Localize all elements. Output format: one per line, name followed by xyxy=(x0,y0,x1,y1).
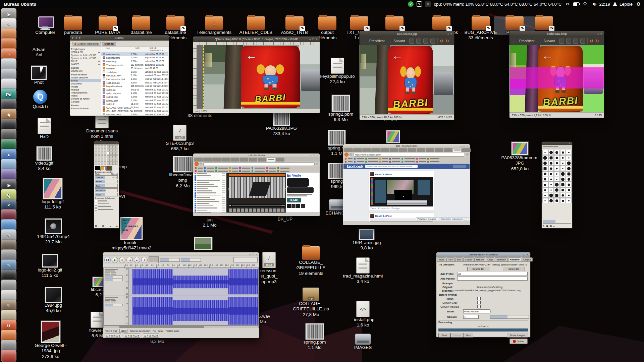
desktop-icon-STE-013.mp3[interactable]: mp3STE-013.mp3688,7 ko xyxy=(159,125,201,152)
tool-icon[interactable] xyxy=(115,152,118,155)
eject-icon[interactable]: ⏏ xyxy=(98,63,100,65)
dither-spinner[interactable]: ⇕ xyxy=(489,310,491,313)
table-row[interactable]: 1664-amis.jpg9,8 kojeudi 21 mars 2013 10… xyxy=(101,81,168,84)
audacity-timeline-ruler[interactable]: -1,00,01,02,03,04,05,06,07,08,09,010,011… xyxy=(103,264,259,268)
browser-tab[interactable] xyxy=(258,158,266,162)
browser-tab[interactable] xyxy=(194,158,203,162)
batch-processor-window[interactable]: David's Batch Processor –□× InputTurnBlu… xyxy=(436,252,531,338)
tool-icon[interactable] xyxy=(101,159,103,162)
brush-thumbnail[interactable] xyxy=(554,187,560,192)
tool-icon[interactable] xyxy=(98,155,100,158)
desktop-icon-COLLAGE_[interactable]: COLLAGE_GRIFFEUILLE.zip27,8 Mo xyxy=(290,288,332,317)
bookmark-icon[interactable] xyxy=(195,170,197,172)
tool-icon[interactable] xyxy=(115,159,118,162)
browser-tab[interactable] xyxy=(230,158,239,162)
player-prev-icon[interactable]: ‹ xyxy=(227,186,229,192)
bookmark-icon[interactable] xyxy=(252,170,253,172)
desktop-icon-ATELIER_CDLB[interactable]: ATELIER_CDLB xyxy=(235,16,277,35)
brush-thumbnail[interactable] xyxy=(548,171,554,176)
brush-thumbnail[interactable] xyxy=(560,155,566,160)
gear-icon[interactable]: ⚙ xyxy=(636,1,641,7)
brush-thumbnail[interactable] xyxy=(566,193,572,198)
ffx1-url-field[interactable] xyxy=(203,162,315,166)
tool-icon[interactable] xyxy=(104,145,106,148)
fm-sidebar-item[interactable]: Dossier personnel xyxy=(70,76,101,79)
tool-icon[interactable] xyxy=(112,155,115,158)
bookmark-icon[interactable] xyxy=(379,161,381,163)
next-button[interactable]: Suivant xyxy=(544,39,555,43)
tool-icon[interactable] xyxy=(101,148,103,152)
fm-sidebar-item[interactable]: Musique xyxy=(70,88,101,91)
start-button[interactable]: Start xyxy=(438,333,450,338)
brush-thumbnail[interactable] xyxy=(566,171,572,176)
brush-thumbnail[interactable] xyxy=(542,177,548,182)
tool-icon[interactable] xyxy=(104,159,106,162)
file-list-panel[interactable] xyxy=(194,173,227,213)
brush-thumbnail[interactable] xyxy=(566,150,572,155)
user-icon[interactable] xyxy=(613,2,616,6)
maximize-icon[interactable]: ● xyxy=(79,36,80,40)
fm-sidebar-item[interactable]: Téléchargements xyxy=(70,91,101,94)
table-row[interactable]: COLLAGE_GRIFFEUILLE19 élémentsmercredi 2… xyxy=(101,109,168,113)
mode-value[interactable]: Normal xyxy=(111,173,118,175)
watch-image[interactable] xyxy=(287,178,309,187)
brushes-titlebar[interactable]: × xyxy=(542,142,572,145)
bookmark-icon[interactable] xyxy=(252,167,253,169)
tool-icon[interactable] xyxy=(98,148,100,152)
bookmark-icon[interactable] xyxy=(427,161,429,163)
zoom-fit-icon[interactable] xyxy=(573,39,578,44)
desktop-icon-jpg[interactable]: jpg2,1 Mo xyxy=(189,217,230,228)
table-row[interactable]: Téléchargements112 élémentsaujourd'hui 1… xyxy=(101,63,168,67)
tool-icon[interactable] xyxy=(112,159,115,162)
delete-options-icon[interactable]: ● xyxy=(109,225,111,228)
fm-sidebar-item[interactable]: Documents xyxy=(70,82,101,85)
viewer2-image[interactable]: ←BARBI xyxy=(510,45,604,113)
browser-tab[interactable] xyxy=(408,148,416,152)
edit-brush-icon[interactable]: ✎ xyxy=(543,225,545,228)
tab-sharpen[interactable]: Sharpen xyxy=(495,257,507,261)
colours-input[interactable]: 4 xyxy=(463,315,479,319)
brush-thumbnail[interactable] xyxy=(560,187,566,192)
ffx1-bookmarks-bar-2[interactable] xyxy=(193,170,320,173)
browser-tab[interactable] xyxy=(276,158,284,162)
bookmark-icon[interactable] xyxy=(401,161,403,163)
file-manager-window[interactable]: Bureau ● ● ● ▣ Dossier personnel Bureau … xyxy=(70,35,169,116)
tool-icon[interactable] xyxy=(95,162,97,165)
brush-thumbnail[interactable] xyxy=(566,198,572,203)
gimp-titlebar[interactable]: *[Sans titre]-2008.0 (Couleur RVB, 1 cal… xyxy=(193,37,320,42)
bookmark-icon[interactable] xyxy=(416,158,418,160)
facebook-logo[interactable]: facebook xyxy=(347,164,363,169)
tab-resize[interactable]: Resize xyxy=(474,257,485,261)
quit-button[interactable]: Quitter xyxy=(509,339,528,344)
brush-thumbnail[interactable] xyxy=(554,161,560,166)
system-stats[interactable]: cpu: 04% mem: 10% 65.8°C 68.0°C 64.0°C 6… xyxy=(434,2,561,7)
tool-icon[interactable] xyxy=(101,162,103,165)
tool-icon[interactable] xyxy=(107,152,109,155)
brush-thumbnail[interactable] xyxy=(554,198,560,203)
table-row[interactable]: spring2.pbm9,3 Momercredi 20 mars 2013 2… xyxy=(101,95,168,99)
flatten-checkbox[interactable] xyxy=(477,297,481,300)
option-checkbox[interactable] xyxy=(95,200,118,202)
tool-icon[interactable] xyxy=(101,152,103,155)
table-row[interactable]: barbit.raw.bmp1,7 Moaujourd'hui 22:18:09 xyxy=(101,52,168,56)
bookmark-icon[interactable] xyxy=(345,158,346,160)
tool-icon[interactable] xyxy=(109,155,112,158)
brush-thumbnail[interactable] xyxy=(548,198,554,203)
track1-waveform[interactable] xyxy=(128,268,258,296)
desktop-icon-spring2.pbm[interactable]: spring2.pbm9,3 Mo xyxy=(320,95,362,123)
desktop-icon-logo-fdli.gif[interactable]: logo-fdli.gif111,5 ko xyxy=(32,178,73,210)
bookmark-icon[interactable] xyxy=(365,158,367,160)
clock[interactable]: 22:19 xyxy=(599,2,610,7)
volume-icon[interactable]: ))) xyxy=(591,2,596,6)
forward-icon[interactable] xyxy=(200,163,202,165)
browser-tab[interactable] xyxy=(212,158,221,162)
browser-tab[interactable] xyxy=(344,148,353,152)
show-images-button[interactable]: Show Images xyxy=(507,333,528,338)
brush-thumbnail[interactable] xyxy=(566,177,572,182)
ffx1-titlebar[interactable]: – Mozilla Firefox –□× xyxy=(193,154,320,157)
option-checkbox[interactable] xyxy=(95,208,118,211)
table-row[interactable]: DSC11081.MP45,1 Movendredi 22 mars 2013 … xyxy=(101,74,168,77)
brush-thumbnail[interactable] xyxy=(560,171,566,176)
desktop-icon-Phot[interactable]: Phot xyxy=(18,66,60,85)
brush-thumbnail[interactable] xyxy=(548,182,554,187)
